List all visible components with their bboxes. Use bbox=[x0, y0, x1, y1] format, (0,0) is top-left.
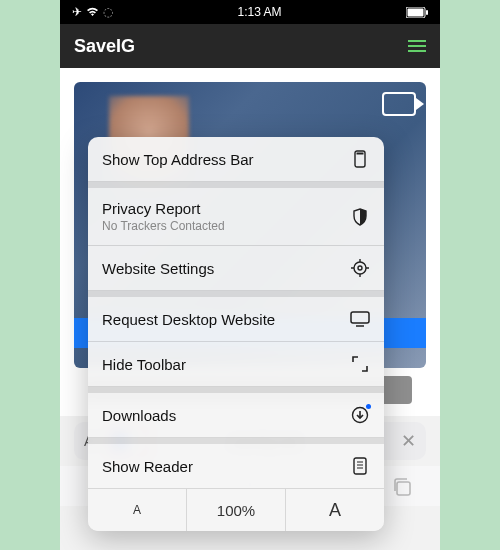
status-time: 1:13 AM bbox=[237, 5, 281, 19]
svg-rect-2 bbox=[426, 10, 428, 15]
battery-icon bbox=[406, 7, 428, 18]
aa-menu-panel: Show Top Address Bar Privacy Report No T… bbox=[88, 137, 384, 531]
desktop-icon bbox=[350, 309, 370, 329]
menu-icon[interactable] bbox=[408, 40, 426, 52]
airplane-icon: ✈ bbox=[72, 5, 82, 19]
wifi-icon bbox=[86, 7, 99, 17]
menu-website-settings[interactable]: Website Settings bbox=[88, 246, 384, 291]
zoom-level[interactable]: 100% bbox=[187, 489, 286, 531]
menu-show-top-address[interactable]: Show Top Address Bar bbox=[88, 137, 384, 182]
tabs-button[interactable] bbox=[389, 474, 415, 500]
svg-point-8 bbox=[354, 262, 366, 274]
phone-top-icon bbox=[350, 149, 370, 169]
clear-icon[interactable]: ✕ bbox=[401, 430, 416, 452]
shield-icon bbox=[350, 207, 370, 227]
menu-label: Request Desktop Website bbox=[102, 311, 275, 328]
menu-downloads[interactable]: Downloads bbox=[88, 387, 384, 438]
menu-hide-toolbar[interactable]: Hide Toolbar bbox=[88, 342, 384, 387]
svg-rect-1 bbox=[408, 8, 424, 16]
menu-label: Downloads bbox=[102, 407, 176, 424]
reader-icon bbox=[350, 456, 370, 476]
svg-rect-18 bbox=[354, 458, 366, 474]
zoom-row: A 100% A bbox=[88, 489, 384, 531]
svg-point-9 bbox=[358, 266, 362, 270]
phone-frame: ✈ ◌ 1:13 AM SaveIG AA ↓ saveig.net ✕ bbox=[60, 0, 440, 550]
svg-rect-7 bbox=[357, 153, 364, 155]
menu-sublabel: No Trackers Contacted bbox=[102, 219, 225, 233]
menu-label: Show Reader bbox=[102, 458, 193, 475]
video-camera-icon bbox=[382, 92, 416, 116]
menu-request-desktop[interactable]: Request Desktop Website bbox=[88, 291, 384, 342]
gear-icon bbox=[350, 258, 370, 278]
svg-rect-14 bbox=[351, 312, 369, 323]
menu-label: Website Settings bbox=[102, 260, 214, 277]
download-circle-icon bbox=[350, 405, 370, 425]
menu-privacy-report[interactable]: Privacy Report No Trackers Contacted bbox=[88, 182, 384, 246]
menu-label: Privacy Report bbox=[102, 200, 225, 217]
menu-show-reader[interactable]: Show Reader bbox=[88, 438, 384, 489]
loading-icon: ◌ bbox=[103, 5, 113, 19]
app-header: SaveIG bbox=[60, 24, 440, 68]
menu-label: Hide Toolbar bbox=[102, 356, 186, 373]
app-title: SaveIG bbox=[74, 36, 135, 57]
status-bar: ✈ ◌ 1:13 AM bbox=[60, 0, 440, 24]
menu-label: Show Top Address Bar bbox=[102, 151, 253, 168]
zoom-out-button[interactable]: A bbox=[88, 489, 187, 531]
expand-icon bbox=[350, 354, 370, 374]
svg-rect-5 bbox=[397, 482, 410, 495]
zoom-in-button[interactable]: A bbox=[286, 489, 384, 531]
